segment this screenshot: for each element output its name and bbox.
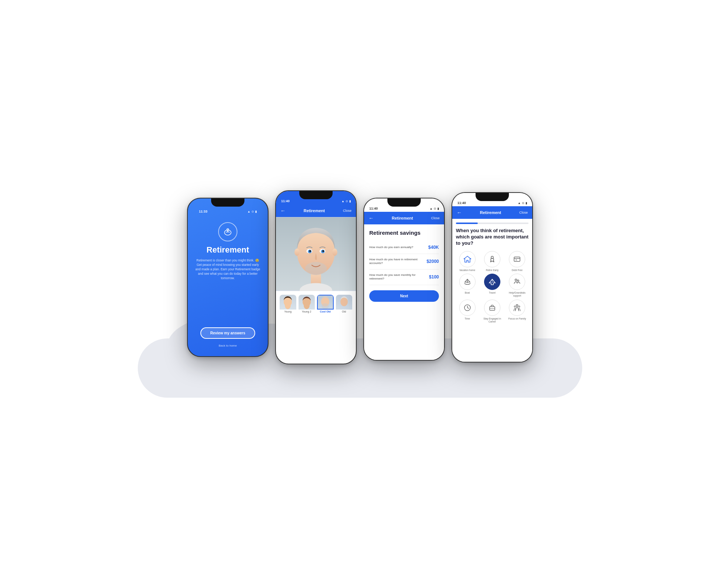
savings-question-3: How much do you save monthly for retirem… bbox=[369, 273, 429, 281]
status-icons-2: ▲ ⊙ ▮ bbox=[341, 200, 351, 203]
goal-circle-career[interactable] bbox=[484, 300, 500, 316]
goal-circle-time[interactable] bbox=[459, 300, 476, 316]
savings-question-2: How much do you have in retirement accou… bbox=[369, 258, 427, 265]
next-button[interactable]: Next bbox=[369, 290, 439, 302]
goal-item-grandkids: Help/Grandkids support bbox=[506, 274, 529, 297]
svg-point-28 bbox=[517, 280, 519, 281]
thumb-cool-old[interactable]: Cool Old bbox=[317, 295, 334, 314]
goal-item-travel: Travel bbox=[481, 274, 503, 297]
thumb-label-old: Old bbox=[336, 310, 353, 313]
goal-label-travel: Travel bbox=[489, 291, 496, 294]
goal-circle-retire-early[interactable] bbox=[484, 251, 500, 267]
svg-point-14 bbox=[332, 248, 337, 256]
nav-bar-2: ← Retirement Close bbox=[276, 204, 356, 217]
savings-screen: Retirement savings How much do you earn … bbox=[364, 224, 444, 360]
goal-label-career: Stay Engaged in Career bbox=[481, 317, 503, 323]
phone-4: 11:40 ▲ ⊙ ▮ ← Retirement Close When you … bbox=[451, 192, 533, 363]
notch-1 bbox=[211, 198, 244, 207]
wifi-icon-4: ⊙ bbox=[522, 201, 524, 205]
close-button-4[interactable]: Close bbox=[519, 211, 528, 214]
status-icons-4: ▲ ⊙ ▮ bbox=[518, 201, 527, 205]
status-time-4: 11:40 bbox=[457, 201, 466, 205]
thumb-label-cool-old: Cool Old bbox=[317, 310, 334, 313]
goal-circle-family[interactable] bbox=[509, 300, 525, 316]
savings-screen-title: Retirement savings bbox=[369, 230, 439, 236]
goal-item-career: Stay Engaged in Career bbox=[481, 300, 503, 323]
goal-item-time: Time bbox=[456, 300, 479, 323]
phone-3: 11:40 ▲ ⊙ ▮ ← Retirement Close Retiremen… bbox=[363, 198, 445, 361]
svg-point-11 bbox=[309, 250, 311, 252]
goal-label-boat: Boat bbox=[465, 291, 470, 294]
goals-grid: Vacation home Retire Early bbox=[456, 251, 529, 323]
goal-item-retire-early: Retire Early bbox=[481, 251, 503, 272]
phone-2: 11:40 ▲ ⊙ ▮ ← Retirement Close bbox=[275, 190, 357, 364]
notch-2 bbox=[299, 191, 333, 199]
svg-point-6 bbox=[305, 262, 327, 275]
back-arrow-3[interactable]: ← bbox=[369, 215, 374, 221]
scene: 11:33 ▲ ⊙ ▮ Retirement Retirement is clo… bbox=[187, 190, 533, 398]
status-icons-3: ▲ ⊙ ▮ bbox=[430, 207, 439, 210]
progress-bar-fill bbox=[456, 223, 478, 224]
svg-point-1 bbox=[227, 229, 229, 231]
svg-point-27 bbox=[515, 279, 517, 281]
status-icons-1: ▲ ⊙ ▮ bbox=[247, 210, 257, 213]
thumb-young[interactable]: Young bbox=[280, 295, 296, 314]
goal-circle-vacation-home[interactable] bbox=[459, 251, 476, 267]
goal-label-grandkids: Help/Grandkids support bbox=[506, 291, 529, 297]
savings-value-3: $100 bbox=[429, 274, 439, 280]
review-answers-button[interactable]: Review my answers bbox=[200, 327, 255, 339]
goal-label-debt-free: Debt Free bbox=[512, 269, 523, 272]
goal-item-vacation-home: Vacation home bbox=[456, 251, 479, 272]
wifi-icon-2: ⊙ bbox=[346, 200, 348, 203]
svg-rect-23 bbox=[514, 257, 520, 261]
savings-question-1: How much do you earn annually? bbox=[369, 245, 428, 249]
goal-circle-debt-free[interactable] bbox=[509, 251, 525, 267]
nav-title-3: Retirement bbox=[392, 216, 413, 220]
savings-row-1: How much do you earn annually? $40K bbox=[369, 241, 439, 254]
thumb-label-young: Young bbox=[280, 310, 296, 313]
screen-3: 11:40 ▲ ⊙ ▮ ← Retirement Close Retiremen… bbox=[364, 198, 444, 360]
status-time-3: 11:40 bbox=[369, 207, 378, 210]
nav-title-4: Retirement bbox=[480, 210, 501, 215]
savings-row-2: How much do you have in retirement accou… bbox=[369, 254, 439, 270]
retirement-icon bbox=[218, 222, 237, 241]
screen-4: 11:40 ▲ ⊙ ▮ ← Retirement Close When you … bbox=[452, 193, 532, 362]
notch-3 bbox=[387, 198, 421, 207]
nav-bar-3: ← Retirement Close bbox=[364, 212, 444, 224]
svg-point-35 bbox=[514, 306, 516, 307]
notch-4 bbox=[476, 193, 509, 201]
savings-row-3: How much do you save monthly for retirem… bbox=[369, 270, 439, 285]
face-thumbnails: Young Young 2 bbox=[276, 291, 356, 316]
retirement-title-1: Retirement bbox=[207, 245, 249, 255]
back-arrow-2[interactable]: ← bbox=[280, 208, 286, 214]
back-to-home-link[interactable]: Back to home bbox=[219, 344, 237, 347]
goal-circle-boat[interactable] bbox=[459, 274, 476, 290]
svg-point-18 bbox=[304, 302, 310, 309]
back-arrow-4[interactable]: ← bbox=[457, 210, 462, 216]
goal-label-retire-early: Retire Early bbox=[486, 269, 499, 272]
status-time-1: 11:33 bbox=[199, 210, 207, 213]
goal-label-family: Focus on Family bbox=[508, 317, 526, 320]
signal-icon-4: ▲ bbox=[518, 201, 521, 205]
goals-screen: When you think of retirement, which goal… bbox=[452, 219, 532, 362]
wifi-icon-3: ⊙ bbox=[434, 207, 436, 210]
svg-point-36 bbox=[519, 306, 520, 307]
goal-circle-travel[interactable] bbox=[484, 274, 500, 290]
svg-point-16 bbox=[285, 302, 291, 309]
status-time-2: 11:40 bbox=[281, 199, 290, 203]
thumb-young2[interactable]: Young 2 bbox=[299, 295, 315, 314]
battery-icon-3: ▮ bbox=[437, 207, 439, 210]
goal-circle-grandkids[interactable] bbox=[509, 274, 525, 290]
goal-label-time: Time bbox=[465, 317, 470, 320]
svg-point-20 bbox=[321, 303, 329, 309]
battery-icon-1: ▮ bbox=[255, 210, 257, 213]
svg-line-31 bbox=[467, 308, 469, 308]
close-button-3[interactable]: Close bbox=[431, 216, 440, 220]
screen-2: 11:40 ▲ ⊙ ▮ ← Retirement Close bbox=[276, 191, 356, 364]
battery-icon-4: ▮ bbox=[526, 201, 527, 205]
nav-title-2: Retirement bbox=[304, 208, 325, 213]
close-button-2[interactable]: Close bbox=[343, 209, 351, 213]
thumb-label-young2: Young 2 bbox=[299, 310, 315, 313]
thumb-old[interactable]: Old bbox=[336, 295, 353, 314]
screen-1-blue: 11:33 ▲ ⊙ ▮ Retirement Retirement is clo… bbox=[188, 198, 268, 356]
